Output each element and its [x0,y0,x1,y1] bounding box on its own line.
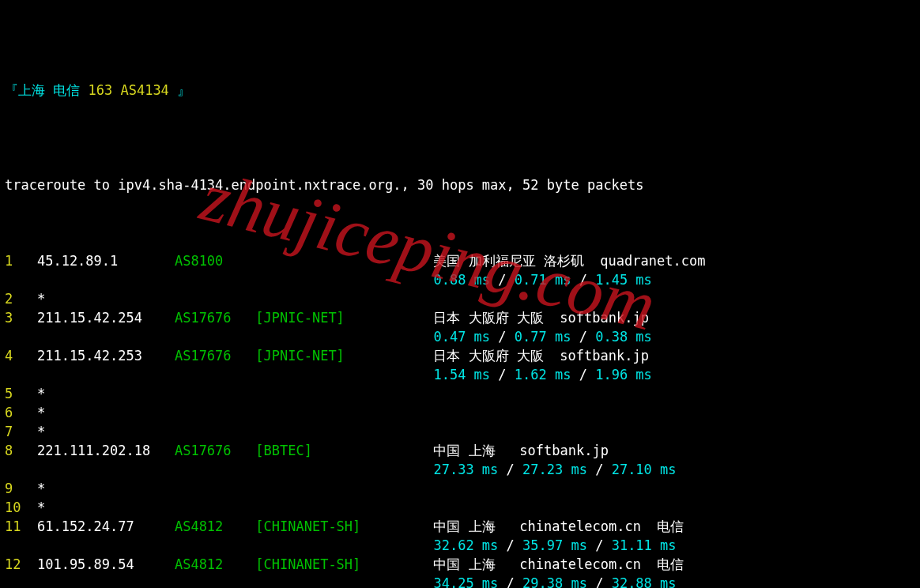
hop-netname: [CHINANET-SH] [255,555,433,574]
hop-asn: AS17676 [175,346,255,365]
hop-ip: 61.152.24.77 [37,517,175,536]
hop-ip: 211.15.42.254 [37,308,175,327]
hop-number: 6 [5,403,37,422]
hop-timing-row: 34.25 ms / 29.38 ms / 32.88 ms [5,574,915,588]
hop-latency: 0.47 ms [433,329,490,345]
latency-sep: / [571,272,595,288]
hop-row: 10* [5,498,915,517]
hop-row: 8221.111.202.18AS17676[BBTEC]中国 上海 softb… [5,441,915,460]
hop-row: 4211.15.42.253AS17676[JPNIC-NET]日本 大阪府 大… [5,346,915,365]
hop-latency: 0.71 ms [515,272,571,288]
hop-number: 8 [5,441,37,460]
hop-row: 3211.15.42.254AS17676[JPNIC-NET]日本 大阪府 大… [5,308,915,327]
hop-timeout: * [37,386,45,401]
hop-number: 9 [5,479,37,498]
hop-location: 中国 上海 chinatelecom.cn 电信 [433,517,684,536]
hop-asn: AS4812 [175,555,255,574]
hop-netname: [JPNIC-NET] [255,308,433,327]
hop-number: 3 [5,308,37,327]
hop-latency: 0.88 ms [433,272,490,288]
hop-row: 6* [5,403,915,422]
hop-row: 12101.95.89.54AS4812[CHINANET-SH]中国 上海 c… [5,555,915,574]
latency-sep: / [571,329,595,345]
hop-timing-row: 1.54 ms / 1.62 ms / 1.96 ms [5,365,915,384]
hop-timing-row: 0.47 ms / 0.77 ms / 0.38 ms [5,327,915,346]
hop-list: 145.12.89.1AS8100美国 加利福尼亚 洛杉矶 quadranet.… [5,251,915,588]
latency-sep: / [490,272,515,288]
hop-timing-row: 27.33 ms / 27.23 ms / 27.10 ms [5,460,915,479]
hop-asn: AS8100 [175,251,255,270]
hop-latency: 0.38 ms [595,329,652,345]
hop-timeout: * [37,405,45,420]
hop-number: 7 [5,422,37,441]
latency-sep: / [490,367,515,383]
terminal-output: 『上海 电信 163 AS4134 』 traceroute to ipv4.s… [0,0,920,588]
hop-number: 4 [5,346,37,365]
hop-latency: 1.62 ms [515,367,571,383]
hop-asn: AS17676 [175,441,255,460]
hop-ip: 101.95.89.54 [37,555,175,574]
latency-sep: / [498,575,522,588]
latency-sep: / [587,462,612,477]
hop-latency: 32.62 ms [433,537,498,553]
latency-sep: / [498,537,522,553]
header-suffix: 163 AS4134 [89,82,178,98]
hop-number: 5 [5,384,37,403]
traceroute-command: traceroute to ipv4.sha-4134.endpoint.nxt… [5,175,915,194]
hop-ip: 45.12.89.1 [37,251,175,270]
hop-latency: 32.88 ms [612,575,677,588]
hop-latency: 31.11 ms [612,537,677,553]
hop-location: 日本 大阪府 大阪 softbank.jp [433,308,649,327]
hop-asn: AS4812 [175,517,255,536]
hop-asn: AS17676 [175,308,255,327]
latency-sep: / [490,329,515,345]
hop-timeout: * [37,481,45,496]
hop-number: 12 [5,555,37,574]
hop-row: 5* [5,384,915,403]
hop-latency: 27.33 ms [433,462,498,477]
hop-timeout: * [37,499,45,515]
hop-netname: [JPNIC-NET] [255,346,433,365]
latency-sep: / [587,537,612,553]
hop-number: 1 [5,251,37,270]
hop-latency: 1.96 ms [595,367,652,383]
header-prefix: 上海 电信 [18,82,80,98]
hop-latency: 35.97 ms [522,537,587,553]
hop-row: 2* [5,289,915,308]
hop-number: 2 [5,289,37,308]
hop-ip: 211.15.42.253 [37,346,175,365]
hop-latency: 0.77 ms [515,329,571,345]
route-header: 『上海 电信 163 AS4134 』 [5,62,915,119]
bracket-open: 『 [5,82,18,98]
hop-number: 11 [5,517,37,536]
hop-location: 中国 上海 chinatelecom.cn 电信 [433,555,684,574]
latency-sep: / [498,462,522,477]
hop-timing-row: 32.62 ms / 35.97 ms / 31.11 ms [5,536,915,555]
hop-latency: 34.25 ms [433,575,498,588]
hop-location: 中国 上海 softbank.jp [433,441,609,460]
hop-netname: [BBTEC] [255,441,433,460]
hop-latency: 29.38 ms [522,575,587,588]
hop-latency: 1.54 ms [433,367,490,383]
hop-netname: [CHINANET-SH] [255,517,433,536]
hop-latency: 27.23 ms [522,462,587,477]
hop-latency: 1.45 ms [595,272,652,288]
hop-ip: 221.111.202.18 [37,441,175,460]
hop-row: 9* [5,479,915,498]
hop-number: 10 [5,498,37,517]
hop-location: 美国 加利福尼亚 洛杉矶 quadranet.com [433,251,705,270]
latency-sep: / [587,575,612,588]
hop-location: 日本 大阪府 大阪 softbank.jp [433,346,649,365]
hop-timeout: * [37,424,45,439]
bracket-close: 』 [177,82,190,98]
hop-timeout: * [37,291,45,307]
hop-row: 145.12.89.1AS8100美国 加利福尼亚 洛杉矶 quadranet.… [5,251,915,270]
hop-latency: 27.10 ms [612,462,677,477]
hop-row: 1161.152.24.77AS4812[CHINANET-SH]中国 上海 c… [5,517,915,536]
hop-row: 7* [5,422,915,441]
hop-timing-row: 0.88 ms / 0.71 ms / 1.45 ms [5,270,915,289]
latency-sep: / [571,367,595,383]
